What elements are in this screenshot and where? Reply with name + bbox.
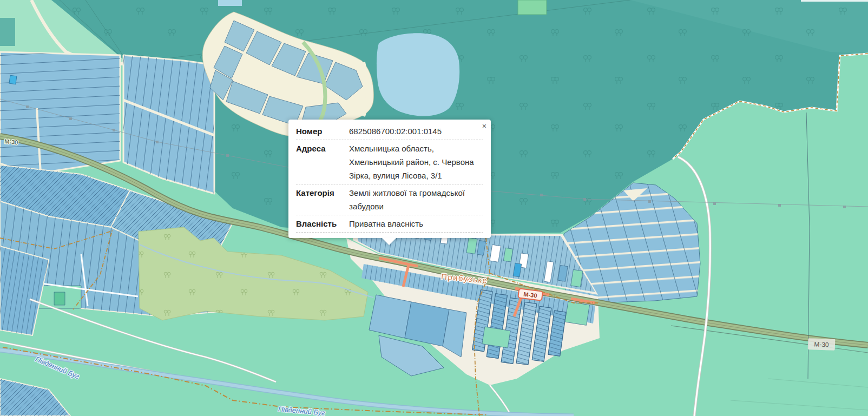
cadastral-map-viewport[interactable]: М-30 М-30 M-30 Прибузьке Південний Буг П… [0, 0, 868, 416]
forest-clearing [518, 0, 547, 15]
popup-close-button[interactable]: × [481, 121, 488, 131]
popup-row-category: Категорія Землі житлової та громадської … [296, 184, 483, 215]
popup-arrow [382, 237, 397, 245]
field-label: Адреса [296, 142, 349, 182]
road-label-m30-right: M-30 [808, 338, 836, 351]
popup-row-address: Адреса Хмельницька область, Хмельницький… [296, 140, 483, 184]
parcel-ownership-value: Приватна власність [349, 217, 483, 230]
parcel-address-value: Хмельницька область, Хмельницький район,… [349, 142, 483, 182]
highlighted-parcel [9, 75, 17, 84]
field-label: Номер [296, 124, 349, 138]
parcel-number-value: 6825086700:02:001:0145 [349, 124, 483, 138]
lake [377, 33, 459, 116]
popup-row-number: Номер 6825086700:02:001:0145 [296, 123, 483, 140]
parcel-category-value: Землі житлової та громадської забудови [349, 186, 483, 213]
popup-row-ownership: Власність Приватна власність [296, 215, 483, 233]
field-label: Власність [296, 217, 349, 230]
parcel-info-popup: × Номер 6825086700:02:001:0145 Адреса Хм… [288, 120, 491, 238]
field-label: Категорія [296, 186, 349, 213]
road-label-m30-left: М-30 [4, 138, 18, 146]
svg-text:M-30: M-30 [814, 341, 829, 349]
